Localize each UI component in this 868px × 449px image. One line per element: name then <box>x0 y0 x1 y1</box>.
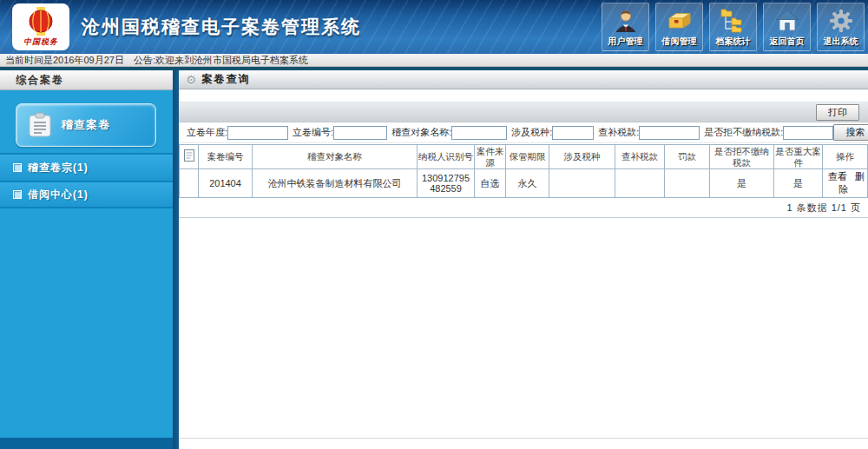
nav-button-label: 档案统计 <box>716 36 751 48</box>
table-row[interactable]: 201404 沧州中铁装备制造材料有限公司 130912795482559 自选… <box>180 169 868 198</box>
sidebar-item-borrow-center[interactable]: 借阅中心(1) <box>0 181 173 208</box>
header-nav: 用户管理 借阅管理 <box>602 3 865 51</box>
filter-label: 查补税款: <box>598 126 639 139</box>
row-retention: 永久 <box>506 169 549 198</box>
column-header-target-name[interactable]: 稽查对象名称 <box>253 145 418 169</box>
tax-logo: 中国税务 <box>12 3 69 50</box>
filter-label: 立卷编号: <box>293 126 333 139</box>
row-fine <box>665 169 710 198</box>
sidebar-item-label: 稽查卷宗(1) <box>28 161 89 175</box>
main-content: ⚙ 案卷查询 打印 立卷年度: 立卷编号: 稽查对象名称: 涉及税种: 查补税款… <box>179 70 868 449</box>
filter-tax-types: 涉及税种: <box>511 126 594 140</box>
row-actions: 查看 删除 <box>823 169 868 198</box>
refuse-pay-input[interactable] <box>783 126 833 140</box>
filter-row: 立卷年度: 立卷编号: 稽查对象名称: 涉及税种: 查补税款: 是否拒不缴纳税款… <box>179 122 868 143</box>
user-icon <box>613 6 639 36</box>
status-text: 当前时间是2016年09月27日 公告:欢迎来到沧州市国税局电子档案系统 <box>5 55 308 65</box>
filter-target-name: 稽查对象名称: <box>391 126 507 140</box>
filter-label: 稽查对象名称: <box>391 126 451 139</box>
filter-refuse-pay: 是否拒不缴纳税款: <box>704 126 833 140</box>
nav-button-label: 退出系统 <box>824 36 858 48</box>
search-button[interactable]: 搜索 <box>833 124 868 141</box>
row-taxpayer-id: 130912795482559 <box>418 169 475 198</box>
filter-label: 立卷年度: <box>187 126 227 139</box>
case-files-table: 案卷编号 稽查对象名称 纳税人识别号 案件来源 保管期限 涉及税种 查补税款 罚… <box>179 144 868 198</box>
row-icon-cell <box>180 169 199 198</box>
sidebar-item-label: 借阅中心(1) <box>28 188 89 202</box>
filter-filing-year: 立卷年度: <box>187 126 288 140</box>
bottom-divider <box>179 438 868 439</box>
home-icon <box>774 6 800 36</box>
borrow-box-icon <box>666 6 694 36</box>
print-button[interactable]: 打印 <box>816 104 859 121</box>
column-header-case-source[interactable]: 案件来源 <box>475 145 506 169</box>
sidebar-case-files-label: 稽查案卷 <box>62 117 110 133</box>
column-header-actions[interactable]: 操作 <box>823 145 868 169</box>
document-icon <box>184 149 194 162</box>
row-supplement-tax <box>615 169 665 198</box>
view-link[interactable]: 查看 <box>828 171 847 182</box>
filter-filing-number: 立卷编号: <box>293 126 387 140</box>
filter-label: 涉及税种: <box>511 126 552 139</box>
nav-home-button[interactable]: 返回首页 <box>763 3 811 51</box>
target-name-input[interactable] <box>451 126 507 140</box>
column-header-supplement-tax[interactable]: 查补税款 <box>615 145 665 169</box>
sidebar-case-files-button[interactable]: 稽查案卷 <box>16 103 156 147</box>
status-bar: 当前时间是2016年09月27日 公告:欢迎来到沧州市国税局电子档案系统 <box>0 54 868 67</box>
sidebar-panel-title: 综合案卷 <box>0 70 173 90</box>
sidebar-item-inspection-files[interactable]: 稽查卷宗(1) <box>0 153 173 181</box>
toolbar: 打印 <box>179 102 868 122</box>
column-header-tax-types[interactable]: 涉及税种 <box>549 145 615 169</box>
row-tax-types <box>549 169 615 198</box>
content-tab-bar: ⚙ 案卷查询 <box>179 70 868 89</box>
square-bullet-icon <box>13 190 22 199</box>
nav-button-label: 返回首页 <box>770 36 805 48</box>
column-header-retention[interactable]: 保管期限 <box>506 145 549 169</box>
doc-icon-column-header <box>180 145 199 169</box>
clipboard-icon <box>28 112 52 138</box>
tax-types-input[interactable] <box>552 126 594 140</box>
page-title: 案卷查询 <box>202 72 251 87</box>
column-header-refuse-pay[interactable]: 是否拒不缴纳税款 <box>710 145 774 169</box>
square-bullet-icon <box>13 163 22 172</box>
gear-icon <box>828 6 854 36</box>
nav-button-label: 用户管理 <box>608 36 643 48</box>
app-title: 沧州国税稽查电子案卷管理系统 <box>82 15 361 39</box>
app-header: 中国税务 沧州国税稽查电子案卷管理系统 用户管理 <box>0 0 868 54</box>
nav-exit-system-button[interactable]: 退出系统 <box>817 3 865 51</box>
column-header-fine[interactable]: 罚款 <box>665 145 710 169</box>
pagination-info: 1 条数据 1/1 页 <box>179 198 868 218</box>
folder-tree-icon <box>720 6 747 36</box>
sidebar-menu: 稽查卷宗(1) 借阅中心(1) <box>0 153 173 208</box>
row-case-no: 201404 <box>199 169 253 198</box>
gear-small-icon: ⚙ <box>186 74 197 86</box>
nav-button-label: 借阅管理 <box>662 36 697 48</box>
nav-user-management-button[interactable]: 用户管理 <box>602 3 649 51</box>
row-major-case: 是 <box>774 169 823 198</box>
row-case-source: 自选 <box>475 169 506 198</box>
supplement-tax-input[interactable] <box>639 126 700 140</box>
sidebar: 综合案卷 稽查案卷 稽查卷宗(1) 借阅中心(1) <box>0 70 173 449</box>
panel-splitter[interactable] <box>173 70 179 449</box>
table-header-row: 案卷编号 稽查对象名称 纳税人识别号 案件来源 保管期限 涉及税种 查补税款 罚… <box>180 145 868 169</box>
logo-caption: 中国税务 <box>23 36 58 48</box>
lantern-emblem-icon <box>23 6 58 37</box>
row-target-name: 沧州中铁装备制造材料有限公司 <box>253 169 418 198</box>
column-header-case-no[interactable]: 案卷编号 <box>199 145 253 169</box>
column-header-taxpayer-id[interactable]: 纳税人识别号 <box>418 145 475 169</box>
row-refuse-pay: 是 <box>710 169 774 198</box>
filing-number-input[interactable] <box>333 126 387 140</box>
filter-supplement-tax: 查补税款: <box>598 126 700 140</box>
filing-year-input[interactable] <box>227 126 288 140</box>
sidebar-footer <box>0 438 173 449</box>
column-header-major-case[interactable]: 是否重大案件 <box>774 145 823 169</box>
filter-label: 是否拒不缴纳税款: <box>704 126 783 139</box>
nav-archive-statistics-button[interactable]: 档案统计 <box>709 3 757 51</box>
nav-borrow-management-button[interactable]: 借阅管理 <box>655 3 703 51</box>
